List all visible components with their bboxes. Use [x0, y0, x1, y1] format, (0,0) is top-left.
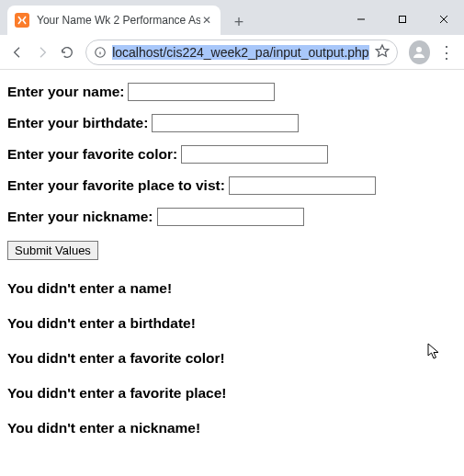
error-no-birthdate: You didn't enter a birthdate!	[7, 315, 457, 332]
page-content: Enter your name: Enter your birthdate: E…	[0, 70, 464, 460]
place-label: Enter your favorite place to vist:	[7, 177, 225, 194]
name-label: Enter your name:	[7, 84, 124, 100]
svg-point-8	[416, 47, 422, 52]
maximize-button[interactable]	[381, 6, 423, 33]
address-bar[interactable]: localhost/cis224_week2_pa/input_output.p…	[85, 40, 397, 65]
close-window-button[interactable]	[423, 6, 464, 33]
nickname-input[interactable]	[157, 208, 304, 226]
browser-titlebar: Your Name Wk 2 Performance As ✕ +	[0, 0, 464, 35]
birthdate-label: Enter your birthdate:	[7, 115, 148, 131]
browser-toolbar: localhost/cis224_week2_pa/input_output.p…	[0, 35, 464, 70]
submit-button[interactable]: Submit Values	[7, 241, 98, 260]
tab-title: Your Name Wk 2 Performance As	[37, 14, 200, 27]
svg-rect-1	[399, 17, 405, 23]
color-label: Enter your favorite color:	[7, 146, 177, 163]
svg-marker-7	[376, 45, 388, 56]
name-input[interactable]	[128, 83, 275, 101]
error-no-color: You didn't enter a favorite color!	[7, 350, 457, 367]
minimize-button[interactable]	[340, 6, 381, 33]
bookmark-icon[interactable]	[375, 43, 390, 62]
close-tab-icon[interactable]: ✕	[200, 14, 213, 27]
back-button[interactable]	[6, 40, 28, 65]
new-tab-button[interactable]: +	[226, 9, 252, 35]
browser-tab[interactable]: Your Name Wk 2 Performance As ✕	[7, 6, 221, 35]
color-input[interactable]	[181, 145, 328, 164]
place-input[interactable]	[229, 176, 376, 195]
site-info-icon[interactable]	[94, 46, 107, 59]
url-text: localhost/cis224_week2_pa/input_output.p…	[112, 45, 368, 60]
window-controls	[340, 6, 464, 33]
birthdate-input[interactable]	[152, 114, 299, 132]
profile-avatar[interactable]	[409, 40, 430, 64]
forward-button[interactable]	[30, 40, 53, 65]
reload-button[interactable]	[55, 40, 78, 65]
error-no-place: You didn't enter a favorite place!	[7, 385, 457, 402]
error-no-nickname: You didn't enter a nickname!	[7, 420, 457, 436]
menu-button[interactable]: ⋮	[436, 42, 458, 62]
nickname-label: Enter your nickname:	[7, 209, 153, 225]
error-no-name: You didn't enter a name!	[7, 280, 457, 297]
xampp-icon	[15, 13, 29, 28]
